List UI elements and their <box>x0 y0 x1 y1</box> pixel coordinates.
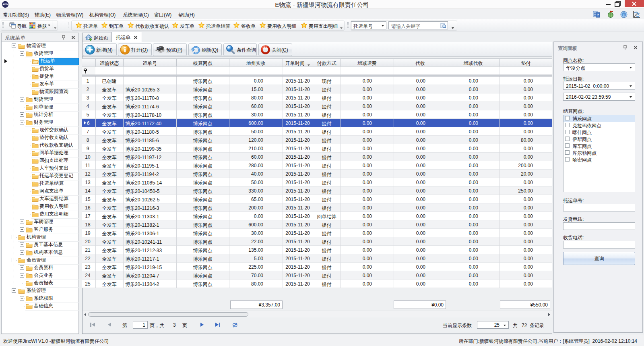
svg-text:i: i <box>623 12 624 17</box>
svg-text:?: ? <box>597 13 599 17</box>
